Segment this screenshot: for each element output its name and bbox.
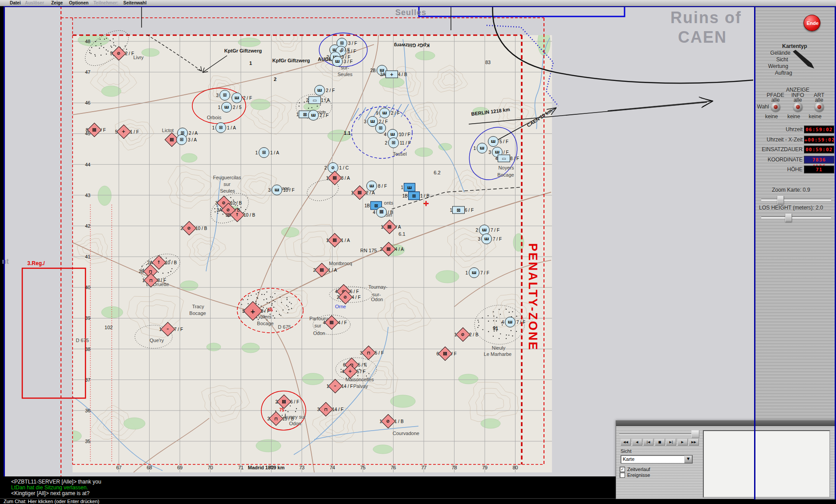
playback-button-1[interactable]: ◀ [632,439,642,446]
unit-marker[interactable]: ⊞ [259,147,269,158]
chat-prompt-text: Zum Chat: Hier klicken (oder Enter drück… [4,499,99,504]
unit-marker[interactable]: ▭ [308,97,321,104]
unit-marker[interactable]: ш [366,181,377,191]
unit-number-label: 4 [323,320,325,325]
map-label: Bocage [257,321,273,326]
slider-label: LOS HEIGHT (meters): 2.0 [759,205,823,211]
unit-marker[interactable]: ⊞ [388,137,399,148]
unit-symbol-icon: Ⅲ [320,268,324,272]
unit-marker[interactable]: ⊘ [328,162,338,173]
unit-number-label: 4 [341,369,344,374]
kartentyp-option-auftrag[interactable]: Auftrag [775,70,792,76]
checkbox-box[interactable]: ✓ [620,467,625,472]
anzeige-knob[interactable] [771,102,780,112]
grid-col-label: 78 [451,465,457,470]
kartentyp-label: Kartentyp [782,43,807,49]
checkbox-box[interactable] [620,472,625,478]
unit-number-label: 6 [343,363,345,367]
unit-designation-label: 10 / B [195,226,207,231]
unit-marker[interactable]: Ⅲ [376,207,387,218]
map-label: Feuguercilas [213,175,241,180]
unit-marker[interactable]: ⊞ [215,122,226,133]
menu-item-zeige[interactable]: Zeige [51,0,63,6]
unit-symbol-icon: + [122,129,126,134]
unit-marker[interactable]: ⊞ [176,134,187,145]
unit-marker[interactable]: ш [308,110,319,121]
slider-handle[interactable] [785,214,792,222]
slider-handle[interactable] [777,196,784,204]
playback-button-3[interactable]: ■ [655,439,665,446]
unit-designation-label: / B [235,208,240,213]
view-dropdown[interactable]: Karte ▼ [621,455,693,464]
chevron-down-icon[interactable]: ▼ [684,456,692,463]
wahl-label: Wahl [757,104,769,110]
unit-designation-label: 1 / A [341,238,350,243]
checkbox-zeitverlauf[interactable]: ✓Zeitverlauf [620,467,650,472]
slider-track[interactable] [761,199,831,201]
map-label: 2 [274,77,276,82]
unit-marker[interactable]: ш [481,234,492,244]
playback-button-6[interactable]: ▶▶ [689,439,699,446]
kartentyp-option-sicht[interactable]: Sicht [776,56,788,63]
unit-number-label: 9 [376,111,378,116]
unit-number-label: 1 [326,176,329,181]
kartentyp-option-gelände[interactable]: Gelände [770,50,790,56]
unit-marker[interactable]: ш [488,136,499,147]
menu-item-optionen[interactable]: Optionen [69,0,89,6]
unit-symbol-icon: ⊓ [149,278,153,282]
playback-button-4[interactable]: ▶| [666,439,676,446]
unit-number-label: 4 [335,289,337,294]
unit-marker[interactable]: ш [404,183,415,192]
unit-marker[interactable]: ш [314,85,325,96]
playback-titlebar[interactable] [616,421,836,426]
playback-button-2[interactable]: |◀ [643,439,653,446]
anzeige-knob[interactable] [793,102,803,112]
grid-row-label: 35 [85,439,90,444]
playback-timeline-handle[interactable] [691,430,699,438]
unit-number-label: 3A [217,208,222,213]
unit-marker[interactable]: ш [272,185,282,195]
unit-symbol-icon: + [250,308,256,314]
unit-designation-label: 6 / F [290,399,299,404]
unit-number-label: 1 [212,125,215,130]
unit-number-label: 2 [313,268,316,273]
unit-designation-label: 6 / F [465,208,474,213]
unit-designation-label: 1 / F [130,129,139,134]
menu-item-seitenwahl[interactable]: Seitenwahl [123,0,146,6]
kartentyp-option-wertung[interactable]: Wertung [768,63,788,69]
unit-designation-label: 2 / F [320,113,329,118]
playback-button-5[interactable]: ▶ [678,439,688,446]
unit-designation-label: 3 / F [157,278,166,283]
unit-symbol-icon: Ⅲ [329,320,333,325]
slider-track[interactable] [761,217,831,218]
unit-marker[interactable]: ш [469,267,479,278]
unit-marker[interactable]: ш [477,143,487,153]
unit-marker[interactable]: ⊠ [452,206,465,214]
event-listbox[interactable] [703,430,830,498]
playback-timeline-track[interactable] [619,434,697,435]
unit-marker[interactable]: ▭ [498,155,510,162]
ende-button[interactable]: Ende [804,15,820,31]
unit-marker[interactable]: ш [231,93,242,103]
unit-marker[interactable]: ⊞ [219,90,230,101]
anzeige-knob[interactable] [815,102,824,112]
map-label: Bocage [189,310,206,316]
unit-marker[interactable]: ш [505,317,515,327]
menu-item-datei[interactable]: Datei [10,0,20,6]
playback-button-0[interactable]: ◀◀ [621,439,631,446]
unit-number-label: 1 [159,327,162,332]
chat-message: <Kingtiger [All]> next game is at? [11,490,89,496]
unit-designation-label: 1 / A [321,98,330,103]
map-label: ✛ [423,200,429,208]
unit-marker[interactable]: ⊠ [408,192,420,200]
grid-row-label: 36 [85,408,90,413]
checkbox-ereignisse[interactable]: Ereignisse [620,472,650,478]
unit-marker[interactable]: + [386,71,398,78]
unit-designation-label: 3 / F [347,49,356,54]
unit-symbol-icon: ш [335,59,340,64]
unit-number-label: 3 [478,237,480,242]
grid-col-label: 73 [299,465,304,470]
unit-marker[interactable]: ш [379,108,390,118]
unit-marker[interactable]: ш [221,102,232,113]
unit-number-label: 1B [365,203,370,208]
